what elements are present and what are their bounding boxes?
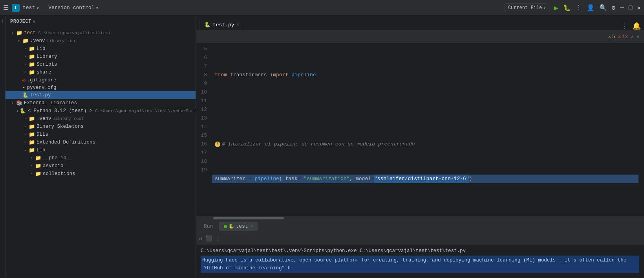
file-icon: ▪: [22, 85, 26, 90]
tree-label: test: [24, 30, 36, 36]
sidebar-item-scripts[interactable]: › 📁 Scripts: [5, 61, 196, 68]
expand-icon[interactable]: ∧: [631, 34, 634, 39]
hamburger-icon[interactable]: ☰: [3, 4, 9, 12]
python-icon: 🐍: [22, 92, 29, 98]
test-tab-label: test: [236, 223, 248, 229]
code-line-7: ! # Inicializar el pipeline de resumen c…: [212, 140, 639, 149]
bottom-content: C:\Users\gcarvajal\test\test\.venv\Scrip…: [196, 245, 644, 278]
sidebar-header: Project ∨: [5, 16, 196, 28]
tree-label: Library: [37, 54, 57, 59]
sidebar-item-collections[interactable]: › 📁 collections: [5, 170, 196, 178]
python-icon: 🐍: [20, 108, 26, 114]
sidebar-item-venv2[interactable]: › 📁 .venv library root: [5, 115, 196, 123]
bottom-tab-run[interactable]: Run: [199, 222, 218, 231]
folder-icon: 📁: [29, 116, 35, 122]
expand-arrow: ▾: [16, 109, 18, 113]
folder-icon: 📁: [35, 163, 41, 169]
tree-badge: library root: [47, 39, 78, 43]
folder-icon: 📁: [35, 171, 41, 177]
sidebar-item-venv[interactable]: ▾ 📁 .venv library root: [5, 37, 196, 45]
tree-label: asyncio: [43, 163, 64, 169]
sidebar-item-ext-defs[interactable]: › 📁 Extended Definitions: [5, 138, 196, 146]
sidebar-item-phelio[interactable]: › 📁 __phelio__: [5, 154, 196, 162]
bottom-tabs: Run 🐍 test ×: [196, 220, 644, 233]
sidebar: Project ∨ ▾ 📁 test C:\Users\gcarvajal\te…: [5, 16, 196, 278]
tree-label: __phelio__: [43, 155, 72, 161]
spacer: [16, 78, 21, 83]
tab-test-py[interactable]: 🐍 test.py ×: [199, 19, 244, 30]
maximize-icon[interactable]: □: [629, 4, 633, 11]
notification-icon[interactable]: 🔔: [632, 22, 641, 30]
sidebar-item-test-py[interactable]: 🐍 test.py: [5, 91, 196, 99]
restart-icon[interactable]: ↺: [199, 235, 202, 242]
sidebar-item-dlls[interactable]: › 📁 DLLs: [5, 131, 196, 138]
folder-icon: 📁: [29, 123, 35, 130]
user-icon[interactable]: 👤: [587, 4, 595, 12]
bottom-tab-test[interactable]: 🐍 test ×: [219, 222, 258, 231]
horizontal-scrollbar[interactable]: [196, 216, 644, 220]
sidebar-item-share[interactable]: › 📁 share: [5, 68, 196, 76]
top-bar-left: ☰ t test ∨ Version control ∨: [3, 4, 501, 12]
current-file-dropdown-icon: ∨: [543, 6, 545, 10]
tab-label: test.py: [213, 22, 234, 28]
code-line-9: [212, 209, 639, 216]
app-logo: t: [12, 4, 20, 12]
sidebar-item-external-libraries[interactable]: ▾ 📚 External Libraries: [5, 99, 196, 107]
bottom-panel: Run 🐍 test × ↺ ⬛ ⋮ C:\Users\gc: [196, 220, 644, 278]
tab-more-button[interactable]: ⋮: [618, 22, 631, 30]
current-file-button[interactable]: Current File ∨: [505, 4, 549, 12]
sidebar-item-test-root[interactable]: ▾ 📁 test C:\Users\gcarvajal\test\test: [5, 29, 196, 37]
more-menu-icon[interactable]: ⋮: [576, 4, 582, 12]
collapse-arrow[interactable]: ›: [1, 19, 4, 24]
sidebar-item-python312[interactable]: ▾ 🐍 < Python 3.12 (test) > C:\Users\gcar…: [5, 107, 196, 115]
sidebar-item-lib[interactable]: › 📁 Lib: [5, 45, 196, 53]
run-tab-label: Run: [204, 223, 213, 229]
code-content[interactable]: from transformers import pipeline ! # In…: [212, 43, 639, 216]
sidebar-item-lib2[interactable]: ▾ 📁 Lib: [5, 146, 196, 154]
sidebar-item-gitignore[interactable]: ◎ .gitignore: [5, 76, 196, 84]
folder-icon: 📚: [16, 100, 22, 106]
tree-label: share: [37, 70, 51, 75]
error-icon: ✕: [618, 34, 621, 40]
tree-label: External Libraries: [24, 100, 77, 106]
folder-icon: 📁: [29, 139, 35, 145]
tree-label: Binary Skeletons: [37, 124, 84, 129]
right-gutter: [639, 43, 644, 216]
sidebar-item-binary-skeletons[interactable]: › 📁 Binary Skeletons: [5, 123, 196, 131]
dump-icon[interactable]: ⋮: [215, 235, 221, 242]
tree-label: collections: [43, 171, 75, 177]
run-button[interactable]: ▶: [554, 4, 558, 12]
version-control[interactable]: Version control ∨: [48, 5, 98, 11]
stop-icon[interactable]: ⬛: [205, 235, 212, 242]
collapse-icon[interactable]: ∨: [637, 34, 639, 39]
line-numbers: 5 6 7 8 9 10 11 12 13 14 15 16 17 18 19: [196, 43, 212, 216]
expand-arrow: ›: [23, 70, 27, 75]
search-icon[interactable]: 🔍: [599, 4, 607, 12]
close-icon[interactable]: ✕: [637, 4, 641, 12]
tree-badge: library root: [53, 116, 84, 121]
sidebar-tree[interactable]: ▾ 📁 test C:\Users\gcarvajal\test\test ▾ …: [5, 28, 196, 278]
tree-label: pyvenv.cfg: [27, 85, 57, 90]
sidebar-item-library[interactable]: › 📁 Library: [5, 53, 196, 61]
test-tab-icon: 🐍: [229, 224, 234, 229]
bottom-toolbar: ↺ ⬛ ⋮: [196, 233, 644, 245]
main-area: › Project ∨ ▾ 📁 test C:\Users\gcarvajal\…: [0, 16, 644, 278]
tree-label: < Python 3.12 (test) >: [27, 108, 92, 114]
folder-icon: 📁: [16, 30, 22, 36]
active-dot: [224, 225, 227, 228]
tree-label: test.py: [30, 92, 51, 98]
tab-close-button[interactable]: ×: [237, 22, 240, 27]
minimize-icon[interactable]: —: [620, 4, 624, 11]
sidebar-item-pyvenv[interactable]: ▪ pyvenv.cfg: [5, 84, 196, 91]
code-editor[interactable]: 5 6 7 8 9 10 11 12 13 14 15 16 17 18 19: [196, 43, 639, 216]
sidebar-item-asyncio[interactable]: › 📁 asyncio: [5, 162, 196, 170]
folder-icon: 📁: [29, 53, 35, 60]
scroll-thumb[interactable]: [213, 217, 284, 219]
project-name[interactable]: test ∨: [23, 5, 39, 11]
warning-dot: !: [215, 142, 220, 147]
sidebar-dropdown-icon: ∨: [33, 20, 35, 24]
expand-arrow: ›: [23, 62, 27, 67]
test-tab-close[interactable]: ×: [251, 224, 253, 229]
debug-icon[interactable]: 🐛: [563, 4, 571, 12]
settings-icon[interactable]: ⚙: [612, 4, 616, 12]
